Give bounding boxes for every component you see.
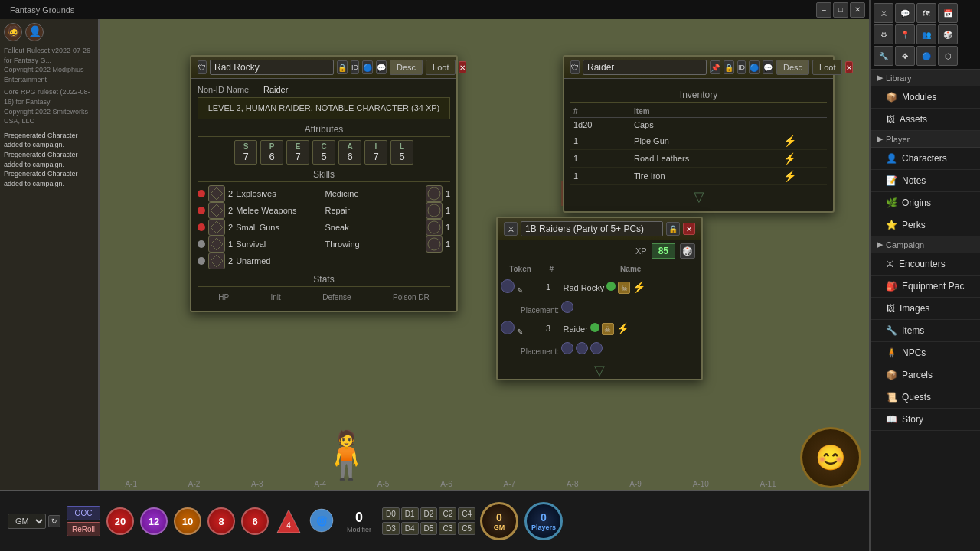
inv-name-input[interactable] <box>583 60 707 75</box>
gm-extra-icon[interactable]: ↻ <box>48 515 60 527</box>
sidebar-item-encounters[interactable]: ⚔ Encounters <box>871 253 980 276</box>
enc-token-action-raider[interactable]: ✎ <box>517 328 523 336</box>
die-d12[interactable]: 12 <box>140 507 168 535</box>
tool-extra-icon[interactable]: ⬡ <box>938 46 958 66</box>
skill-die-throwing[interactable] <box>426 236 443 253</box>
sidebar-item-parcels[interactable]: 📦 Parcels <box>871 364 980 386</box>
tool-gear-icon[interactable]: 🔧 <box>874 46 893 66</box>
die-special[interactable]: 🌀 <box>309 507 336 535</box>
small-die-c3[interactable]: C3 <box>439 522 456 535</box>
enc-window-close[interactable]: ✕ <box>683 223 695 235</box>
sidebar-item-npcs[interactable]: 🧍 NPCs <box>871 342 980 364</box>
inv-chat-icon[interactable]: 💬 <box>763 60 773 74</box>
die-d6[interactable]: 6 <box>241 507 269 535</box>
gm-nav-circle[interactable]: 0 GM <box>480 502 518 540</box>
skill-die-melee[interactable] <box>208 202 225 219</box>
reroll-button[interactable]: ReRoll <box>67 522 100 536</box>
char-chat-icon[interactable]: 💬 <box>376 60 387 74</box>
skill-die-sneak[interactable] <box>426 219 443 236</box>
close-button[interactable]: ✕ <box>850 2 865 18</box>
players-nav-circle[interactable]: 0 Players <box>524 502 563 540</box>
sidebar-item-perks[interactable]: ⭐ Perks <box>871 214 980 236</box>
inv-window-close[interactable]: ✕ <box>845 61 853 73</box>
small-die-c5[interactable]: C5 <box>458 522 475 535</box>
sidebar-item-assets[interactable]: 🖼 Assets <box>871 109 980 131</box>
inv-tab-desc[interactable]: Desc <box>776 60 809 75</box>
inv-tab-loot[interactable]: Loot <box>812 60 842 75</box>
inv-scroll-down[interactable]: ▽ <box>570 188 827 205</box>
small-die-c4[interactable]: C4 <box>458 507 475 520</box>
die-d10[interactable]: 10 <box>174 507 201 535</box>
inv-pin-icon[interactable]: 📌 <box>710 60 720 74</box>
char-window-close[interactable]: ✕ <box>459 61 466 73</box>
skill-die-unarmed[interactable] <box>208 253 225 269</box>
tool-chat-icon[interactable]: 💬 <box>895 3 915 23</box>
char-name-input[interactable] <box>210 60 334 75</box>
skill-die-repair[interactable] <box>426 202 443 219</box>
sidebar-item-images[interactable]: 🖼 Images <box>871 298 980 320</box>
tool-token-icon[interactable]: 🔵 <box>916 46 936 66</box>
inv-lock-icon[interactable]: 🔒 <box>724 60 734 74</box>
sidebar-item-quests[interactable]: 📜 Quests <box>871 386 980 409</box>
inv-leathers-equip[interactable]: ⚡ <box>783 152 796 165</box>
die-d20[interactable]: 20 <box>106 507 134 535</box>
enc-token-action-radrocky[interactable]: ✎ <box>517 286 523 295</box>
char-tab-desc[interactable]: Desc <box>390 60 423 75</box>
vault-boy-icon[interactable]: 😊 <box>800 427 861 488</box>
skill-die-smallguns[interactable] <box>208 219 225 236</box>
grid-labels: A-1 A-2 A-3 A-4 A-5 A-6 A-7 A-8 A-9 A-10… <box>100 480 869 488</box>
die-d8[interactable]: 8 <box>207 507 235 535</box>
char-token-icon[interactable]: 🔵 <box>362 60 373 74</box>
die-d4-container[interactable]: 4 <box>275 507 302 535</box>
char-tab-loot[interactable]: Loot <box>426 60 456 75</box>
inv-pipegun-equip[interactable]: ⚡ <box>783 135 796 147</box>
skills-header: Skills <box>198 169 450 182</box>
tool-move-icon[interactable]: ✥ <box>895 46 915 66</box>
tool-dice-icon[interactable]: 🎲 <box>938 24 958 44</box>
inv-token-icon[interactable]: 🔵 <box>749 60 760 74</box>
skill-die-survival[interactable] <box>208 236 225 253</box>
skill-die-explosives[interactable] <box>208 185 225 202</box>
small-die-c2[interactable]: C2 <box>439 507 456 520</box>
sidebar-item-story[interactable]: 📖 Story <box>871 409 980 431</box>
tool-calendar-icon[interactable]: 📅 <box>938 3 958 23</box>
inv-id-icon[interactable]: ID <box>737 60 746 74</box>
small-die-d4[interactable]: D4 <box>401 522 419 535</box>
tool-pin-icon[interactable]: 📍 <box>895 24 915 44</box>
enc-scroll-down[interactable]: ▽ <box>498 362 701 379</box>
inv-tireiron-equip[interactable]: ⚡ <box>783 170 796 182</box>
svg-point-6 <box>428 204 440 217</box>
skill-die-medicine[interactable] <box>426 185 443 202</box>
tool-map-icon[interactable]: 🗺 <box>916 3 936 23</box>
skill-smallguns: 2 Small Guns <box>198 219 323 236</box>
ooc-button[interactable]: OOC <box>67 506 100 520</box>
enc-title-input[interactable] <box>521 221 663 236</box>
small-die-d5[interactable]: D5 <box>420 522 438 535</box>
sidebar-item-origins[interactable]: 🌿 Origins <box>871 192 980 214</box>
msg-1: Pregenerated Character added to campaign… <box>4 131 94 150</box>
sidebar-item-equipment[interactable]: 🎒 Equipment Pac <box>871 276 980 298</box>
stat-init-label: Init <box>271 293 281 302</box>
enc-col-name: Name <box>560 262 701 276</box>
small-die-d1[interactable]: D1 <box>401 507 419 520</box>
tool-users-icon[interactable]: 👥 <box>916 24 936 44</box>
sidebar-item-modules[interactable]: 📦 Modules <box>871 86 980 109</box>
enc-lock-icon[interactable]: 🔒 <box>666 222 680 236</box>
enc-xp-value[interactable]: 85 <box>652 243 675 259</box>
sidebar-item-notes[interactable]: 📝 Notes <box>871 170 980 192</box>
maximize-button[interactable]: □ <box>833 2 848 18</box>
char-lock-icon[interactable]: 🔒 <box>337 60 348 74</box>
enc-xp-roll-icon[interactable]: 🎲 <box>680 243 695 259</box>
tool-combat-icon[interactable]: ⚔ <box>874 3 893 23</box>
inv-caps-qty: 1d20 <box>570 118 631 132</box>
minimize-button[interactable]: – <box>816 2 831 18</box>
char-id-icon[interactable]: ID <box>351 60 359 74</box>
sidebar-item-items[interactable]: 🔧 Items <box>871 320 980 342</box>
tool-settings-icon[interactable]: ⚙ <box>874 24 893 44</box>
sidebar-item-characters[interactable]: 👤 Characters <box>871 148 980 170</box>
origins-icon: 🌿 <box>886 197 897 208</box>
small-die-d3[interactable]: D3 <box>382 522 400 535</box>
small-die-d0[interactable]: D0 <box>382 507 400 520</box>
small-die-d2[interactable]: D2 <box>420 507 438 520</box>
gm-dropdown[interactable]: GM <box>8 514 46 529</box>
